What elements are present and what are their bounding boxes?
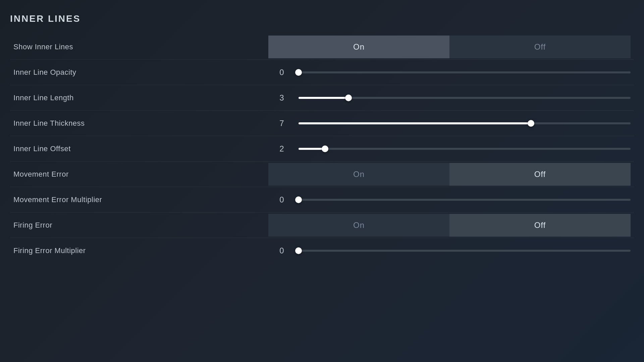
slider-track-inner-line-length[interactable] <box>299 97 631 99</box>
slider-value-inner-line-offset: 2 <box>268 144 295 154</box>
slider-track-firing-error-multiplier[interactable] <box>299 250 631 252</box>
toggle-btn-show-inner-lines-on[interactable]: On <box>268 36 449 58</box>
toggle-btn-movement-error-off[interactable]: Off <box>449 163 631 186</box>
setting-row-movement-error-multiplier: Movement Error Multiplier0 <box>10 187 634 213</box>
label-inner-line-length: Inner Line Length <box>13 94 268 102</box>
control-inner-line-opacity: 0 <box>268 68 631 77</box>
setting-row-inner-line-thickness: Inner Line Thickness7 <box>10 111 634 136</box>
label-movement-error-multiplier: Movement Error Multiplier <box>13 195 268 204</box>
control-movement-error: OnOff <box>268 163 631 186</box>
slider-value-inner-line-thickness: 7 <box>268 119 295 128</box>
control-firing-error: OnOff <box>268 214 631 237</box>
toggle-btn-firing-error-off[interactable]: Off <box>449 214 631 237</box>
toggle-btn-firing-error-on[interactable]: On <box>268 214 449 237</box>
slider-control-inner-line-thickness: 7 <box>268 119 631 128</box>
setting-row-firing-error: Firing ErrorOnOff <box>10 213 634 238</box>
toggle-group-show-inner-lines: OnOff <box>268 36 631 58</box>
slider-track-inner-line-thickness[interactable] <box>299 122 631 124</box>
slider-control-inner-line-offset: 2 <box>268 144 631 154</box>
slider-track-inner-line-offset[interactable] <box>299 148 631 150</box>
control-inner-line-thickness: 7 <box>268 119 631 128</box>
setting-row-firing-error-multiplier: Firing Error Multiplier0 <box>10 238 634 263</box>
settings-container: INNER LINES Show Inner LinesOnOffInner L… <box>0 0 644 277</box>
setting-row-inner-line-opacity: Inner Line Opacity0 <box>10 60 634 85</box>
slider-value-movement-error-multiplier: 0 <box>268 195 295 204</box>
control-inner-line-offset: 2 <box>268 144 631 154</box>
setting-row-inner-line-offset: Inner Line Offset2 <box>10 136 634 162</box>
slider-control-inner-line-opacity: 0 <box>268 68 631 77</box>
control-inner-line-length: 3 <box>268 93 631 103</box>
label-inner-line-thickness: Inner Line Thickness <box>13 119 268 128</box>
slider-control-firing-error-multiplier: 0 <box>268 246 631 255</box>
control-movement-error-multiplier: 0 <box>268 195 631 204</box>
setting-row-show-inner-lines: Show Inner LinesOnOff <box>10 34 634 60</box>
slider-control-inner-line-length: 3 <box>268 93 631 103</box>
label-movement-error: Movement Error <box>13 170 268 179</box>
label-inner-line-opacity: Inner Line Opacity <box>13 68 268 77</box>
label-firing-error-multiplier: Firing Error Multiplier <box>13 246 268 255</box>
toggle-group-firing-error: OnOff <box>268 214 631 237</box>
settings-list: Show Inner LinesOnOffInner Line Opacity0… <box>10 34 634 263</box>
setting-row-movement-error: Movement ErrorOnOff <box>10 162 634 187</box>
slider-control-movement-error-multiplier: 0 <box>268 195 631 204</box>
slider-track-inner-line-opacity[interactable] <box>299 71 631 73</box>
slider-value-inner-line-opacity: 0 <box>268 68 295 77</box>
toggle-group-movement-error: OnOff <box>268 163 631 186</box>
control-firing-error-multiplier: 0 <box>268 246 631 255</box>
setting-row-inner-line-length: Inner Line Length3 <box>10 85 634 111</box>
slider-value-inner-line-length: 3 <box>268 93 295 103</box>
label-firing-error: Firing Error <box>13 221 268 230</box>
section-title: INNER LINES <box>10 13 634 24</box>
slider-track-movement-error-multiplier[interactable] <box>299 199 631 201</box>
slider-value-firing-error-multiplier: 0 <box>268 246 295 255</box>
toggle-btn-show-inner-lines-off[interactable]: Off <box>449 36 631 58</box>
label-inner-line-offset: Inner Line Offset <box>13 144 268 153</box>
control-show-inner-lines: OnOff <box>268 36 631 58</box>
label-show-inner-lines: Show Inner Lines <box>13 43 268 51</box>
toggle-btn-movement-error-on[interactable]: On <box>268 163 449 186</box>
